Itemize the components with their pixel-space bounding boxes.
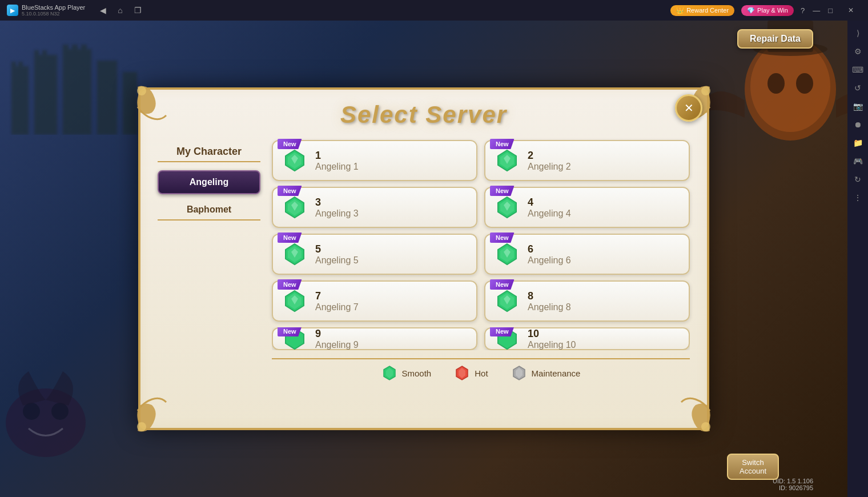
- modal-title: Select Server: [152, 101, 696, 129]
- server-info-4: 4 Angeling 4: [528, 197, 571, 219]
- titlebar-nav: ◀ ⌂ ❐: [92, 5, 149, 16]
- angeling-group-button[interactable]: Angeling: [158, 170, 260, 194]
- server-name-7: Angeling 7: [315, 302, 359, 312]
- play-win-label: Play & Win: [757, 7, 788, 14]
- right-sidebar: ⟩ ⚙ ⌨ ↺ 📷 ⏺ 📁 🎮 ↻ ⋮: [847, 21, 868, 497]
- new-badge-9: New: [278, 327, 302, 336]
- sidebar-more-icon[interactable]: ⋮: [850, 190, 866, 206]
- new-badge-8: New: [490, 279, 515, 290]
- green-gem-icon-7: [282, 288, 307, 314]
- green-gem-icon-5: [282, 242, 307, 267]
- server-info-3: 3 Angeling 3: [315, 197, 359, 219]
- server-card-2[interactable]: New 2 Angeling 2: [484, 140, 690, 181]
- green-gem-icon-1: [282, 148, 307, 173]
- legend-maintenance: Maintenance: [511, 365, 581, 381]
- new-badge-6: New: [490, 233, 515, 243]
- smooth-label: Smooth: [402, 368, 432, 378]
- sidebar-screenshot-icon[interactable]: 📷: [850, 98, 866, 114]
- server-row-5: New 9 Angeling 9 New: [272, 327, 690, 350]
- server-number-1: 1: [315, 150, 359, 162]
- switch-account-button[interactable]: Switch Account: [727, 454, 779, 480]
- server-row-2: New 3 Angeling 3: [272, 187, 690, 228]
- baphomet-group-button[interactable]: Baphomet: [158, 200, 260, 221]
- sidebar-keyboard-icon[interactable]: ⌨: [850, 62, 866, 78]
- hot-gem-icon: [454, 365, 470, 381]
- green-gem-icon-2: [495, 148, 520, 173]
- app-title: BlueStacks App Player: [22, 4, 85, 11]
- server-info-7: 7 Angeling 7: [315, 290, 359, 312]
- server-card-3[interactable]: New 3 Angeling 3: [272, 187, 477, 228]
- green-gem-icon-3: [282, 195, 307, 220]
- server-name-4: Angeling 4: [528, 209, 571, 219]
- server-info-6: 6 Angeling 6: [528, 243, 571, 266]
- server-card-7[interactable]: New 7 Angeling 7: [272, 280, 477, 322]
- reward-center-button[interactable]: 👑 Reward Center: [670, 5, 734, 16]
- sidebar-refresh-icon[interactable]: ↻: [850, 171, 866, 187]
- server-number-9: 9: [315, 328, 359, 340]
- server-name-6: Angeling 6: [528, 255, 571, 266]
- server-number-10: 10: [528, 328, 576, 340]
- new-badge-7: New: [278, 279, 302, 290]
- server-info-2: 2 Angeling 2: [528, 150, 571, 172]
- sidebar-record-icon[interactable]: ⏺: [850, 117, 866, 133]
- back-button[interactable]: ◀: [97, 5, 110, 16]
- titlebar-icons: ? — □ ✕: [801, 0, 861, 21]
- svg-point-23: [137, 422, 146, 431]
- server-number-5: 5: [315, 243, 359, 255]
- server-info-10: 10 Angeling 10: [528, 328, 576, 350]
- my-character-label: My Character: [158, 146, 260, 162]
- server-card-1[interactable]: New 1 Angeling 1: [272, 140, 477, 181]
- help-icon[interactable]: ?: [801, 6, 805, 15]
- server-card-4[interactable]: New 4 Angeling 4: [484, 187, 690, 228]
- server-card-5[interactable]: New 5 Angeling 5: [272, 234, 477, 275]
- server-name-8: Angeling 8: [528, 302, 571, 312]
- server-card-8[interactable]: New 8 Angeling 8: [484, 280, 690, 322]
- sidebar-rotate-icon[interactable]: ↺: [850, 80, 866, 96]
- server-name-2: Angeling 2: [528, 162, 571, 172]
- legend-smooth: Smooth: [381, 365, 432, 381]
- server-row-4: New 7 Angeling 7: [272, 280, 690, 322]
- hot-label: Hot: [475, 368, 488, 378]
- server-number-7: 7: [315, 290, 359, 302]
- play-win-button[interactable]: 💎 Play & Win: [741, 5, 794, 16]
- new-badge-1: New: [278, 139, 302, 149]
- new-badge-10: New: [490, 327, 515, 336]
- sidebar-unknown1-icon[interactable]: ⚙: [850, 43, 866, 59]
- switch-account-area: Switch Account UID: 1.5 1.106 ID: 902679…: [773, 476, 813, 491]
- green-gem-icon-6: [495, 242, 520, 267]
- server-number-4: 4: [528, 197, 571, 209]
- game-area: Repair Data: [0, 21, 847, 497]
- server-grid: New 1 Angeling 1: [272, 140, 690, 381]
- restore-icon[interactable]: □: [828, 6, 833, 15]
- sidebar-folder-icon[interactable]: 📁: [850, 135, 866, 151]
- server-row-3: New 5 Angeling 5: [272, 234, 690, 275]
- modal-close-button[interactable]: ✕: [675, 94, 702, 122]
- app-logo: ▶ BlueStacks App Player 5.10.0.1058 N32: [0, 4, 92, 17]
- minimize-icon[interactable]: —: [813, 6, 820, 15]
- server-info-9: 9 Angeling 9: [315, 328, 359, 350]
- sidebar-controller-icon[interactable]: 🎮: [850, 153, 866, 169]
- green-gem-icon-4: [495, 195, 520, 220]
- sidebar-expand-icon[interactable]: ⟩: [850, 25, 866, 41]
- server-info-8: 8 Angeling 8: [528, 290, 571, 312]
- server-number-8: 8: [528, 290, 571, 302]
- copy-button[interactable]: ❐: [131, 5, 145, 16]
- server-info-5: 5 Angeling 5: [315, 243, 359, 266]
- select-server-modal: ✕ Select Server My Character Angeling Ba…: [138, 87, 709, 430]
- maintenance-gem-icon: [511, 365, 527, 381]
- server-row-1: New 1 Angeling 1: [272, 140, 690, 181]
- new-badge-2: New: [490, 139, 515, 149]
- server-card-10[interactable]: New 10 Angeling 10: [484, 327, 690, 350]
- new-badge-5: New: [278, 233, 302, 243]
- diamond-icon: 💎: [747, 7, 755, 14]
- maintenance-label: Maintenance: [532, 368, 581, 378]
- server-card-9[interactable]: New 9 Angeling 9: [272, 327, 477, 350]
- home-button[interactable]: ⌂: [114, 5, 126, 16]
- svg-point-21: [137, 86, 146, 95]
- close-button[interactable]: ✕: [841, 0, 861, 21]
- green-gem-icon-8: [495, 288, 520, 314]
- server-card-6[interactable]: New 6 Angeling 6: [484, 234, 690, 275]
- app-version: 5.10.0.1058 N32: [22, 11, 85, 17]
- server-number-6: 6: [528, 243, 571, 255]
- left-panel: My Character Angeling Baphomet: [158, 140, 260, 381]
